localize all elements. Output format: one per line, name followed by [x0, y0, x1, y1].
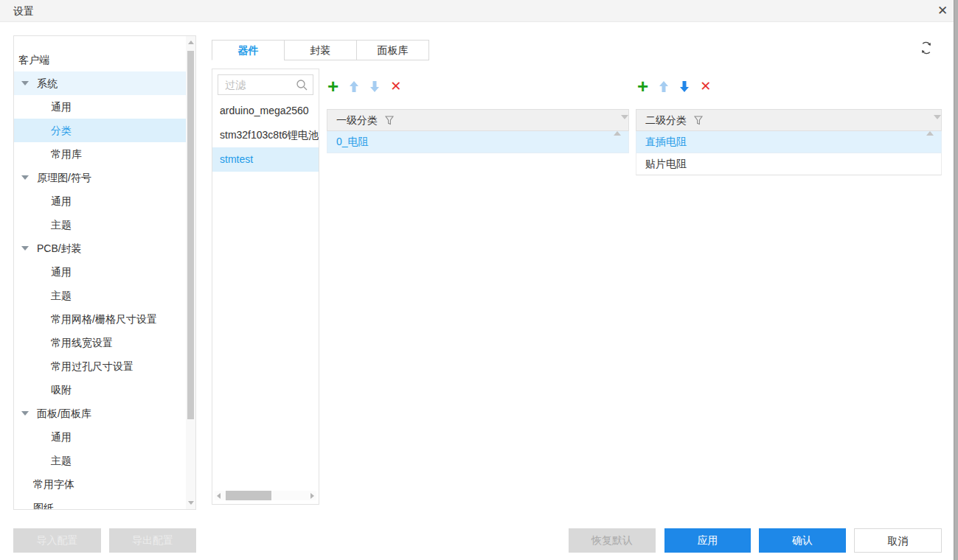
chevron-down-icon [21, 175, 29, 180]
tab-panel-library[interactable]: 面板库 [356, 40, 429, 60]
search-icon [296, 79, 308, 91]
sidebar-group-pcb-footprint[interactable]: PCB/封装 [14, 237, 186, 260]
category-row-selected[interactable]: 0_电阻 [327, 131, 629, 153]
cancel-button[interactable]: 取消 [854, 528, 942, 553]
sidebar-item-pcb-theme[interactable]: 主题 [14, 284, 186, 307]
column-title: 一级分类 [336, 114, 378, 126]
device-list-item-selected[interactable]: stmtest [212, 147, 319, 172]
add-icon[interactable]: + [637, 77, 648, 95]
scroll-down-icon[interactable] [188, 501, 194, 505]
sidebar-group-schematic-symbol[interactable]: 原理图/符号 [14, 166, 186, 189]
filter-funnel-icon[interactable] [385, 116, 394, 125]
sidebar-item-pcb-snap[interactable]: 吸附 [14, 378, 186, 402]
sidebar-item-schematic-general[interactable]: 通用 [14, 189, 186, 213]
sidebar-item-client[interactable]: 客户端 [14, 48, 186, 71]
settings-nav-tree: 客户端 系统 通用 分类 常用库 原理图/符号 通用 主题 PCB/封装 通用 … [14, 48, 186, 510]
level1-table-header: 一级分类 [327, 109, 629, 131]
sidebar-item-pcb-grid-size[interactable]: 常用网格/栅格尺寸设置 [14, 307, 186, 331]
scrollbar-thumb[interactable] [187, 51, 194, 419]
import-config-button[interactable]: 导入配置 [13, 528, 101, 553]
sidebar-item-drawing-sheet[interactable]: 图纸 [14, 496, 186, 510]
move-up-icon[interactable] [349, 80, 359, 93]
sidebar-group-system[interactable]: 系统 [14, 71, 186, 95]
add-icon[interactable]: + [327, 77, 339, 95]
sidebar-vertical-scrollbar[interactable] [186, 36, 195, 509]
level1-category-toolbar: + ✕ [327, 77, 412, 96]
chevron-down-icon [21, 81, 29, 85]
sidebar-group-label: PCB/封装 [37, 242, 82, 254]
confirm-button[interactable]: 确认 [759, 528, 846, 553]
category-row[interactable]: 贴片电阻 [636, 153, 942, 175]
device-list-item[interactable]: stm32f103c8t6锂电池 [212, 123, 319, 147]
sidebar-item-pcb-track-width[interactable]: 常用线宽设置 [14, 331, 186, 354]
sidebar-item-system-category[interactable]: 分类 [14, 119, 186, 142]
chevron-down-icon [21, 411, 29, 416]
scroll-left-icon[interactable] [217, 493, 221, 499]
sidebar-group-label: 面板/面板库 [37, 407, 91, 419]
move-down-icon[interactable] [679, 80, 690, 93]
move-down-icon[interactable] [369, 80, 380, 93]
device-list-panel: arduino_mega2560 stm32f103c8t6锂电池 stmtes… [212, 69, 319, 505]
level2-table-header: 二级分类 [636, 109, 942, 131]
sidebar-group-label: 原理图/符号 [37, 172, 91, 183]
category-row-selected[interactable]: 直插电阻 [636, 131, 942, 153]
dialog-title: 设置 [13, 0, 34, 22]
sidebar-item-system-common-libs[interactable]: 常用库 [14, 142, 186, 166]
device-list-item[interactable]: arduino_mega2560 [212, 99, 319, 123]
settings-nav-panel: 客户端 系统 通用 分类 常用库 原理图/符号 通用 主题 PCB/封装 通用 … [13, 35, 196, 510]
column-title: 二级分类 [645, 114, 687, 126]
sidebar-item-panel-theme[interactable]: 主题 [14, 449, 186, 472]
sidebar-item-common-fonts[interactable]: 常用字体 [14, 472, 186, 496]
sidebar-item-system-general[interactable]: 通用 [14, 95, 186, 119]
tab-component[interactable]: 器件 [212, 40, 285, 60]
sidebar-group-label: 系统 [37, 77, 58, 89]
sidebar-group-panel-library[interactable]: 面板/面板库 [14, 402, 186, 425]
sort-icon[interactable] [926, 115, 934, 136]
move-up-icon[interactable] [659, 80, 669, 93]
scroll-right-icon[interactable] [310, 493, 314, 499]
chevron-down-icon [21, 246, 29, 251]
refresh-icon[interactable] [918, 40, 934, 56]
sidebar-item-panel-general[interactable]: 通用 [14, 425, 186, 449]
device-list-horizontal-scrollbar[interactable] [215, 491, 316, 500]
level2-category-toolbar: + ✕ [637, 77, 721, 96]
scroll-up-icon[interactable] [188, 41, 194, 44]
scrollbar-thumb[interactable] [226, 491, 271, 500]
library-tabs: 器件 封装 面板库 [212, 40, 429, 60]
sort-icon[interactable] [614, 115, 621, 136]
restore-defaults-button[interactable]: 恢复默认 [569, 528, 656, 553]
level1-category-table: 一级分类 0_电阻 [327, 109, 629, 153]
filter-funnel-icon[interactable] [694, 116, 703, 125]
close-icon[interactable]: ✕ [932, 0, 953, 22]
delete-icon[interactable]: ✕ [700, 78, 711, 94]
level2-category-table: 二级分类 直插电阻 贴片电阻 [636, 109, 942, 175]
device-list: arduino_mega2560 stm32f103c8t6锂电池 stmtes… [212, 99, 319, 172]
dialog-titlebar: 设置 ✕ [0, 0, 954, 22]
sidebar-item-schematic-theme[interactable]: 主题 [14, 213, 186, 237]
filter-input[interactable] [218, 75, 295, 94]
delete-icon[interactable]: ✕ [390, 78, 401, 94]
export-config-button[interactable]: 导出配置 [109, 528, 196, 553]
filter-box [218, 74, 313, 95]
tab-footprint[interactable]: 封装 [284, 40, 357, 60]
sidebar-item-pcb-via-size[interactable]: 常用过孔尺寸设置 [14, 354, 186, 378]
background-app-edge [954, 0, 958, 560]
sidebar-item-pcb-general[interactable]: 通用 [14, 260, 186, 284]
apply-button[interactable]: 应用 [664, 528, 751, 553]
